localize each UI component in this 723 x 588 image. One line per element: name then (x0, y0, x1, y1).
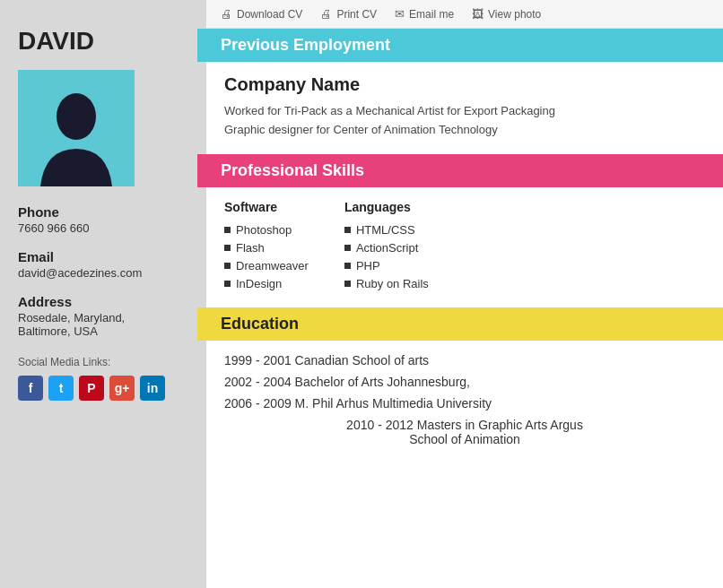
bullet-icon (224, 281, 231, 287)
twitter-icon[interactable]: t (48, 376, 74, 401)
view-photo-label: View photo (488, 8, 541, 21)
linkedin-icon[interactable]: in (140, 376, 165, 401)
education-body: 1999 - 2001 Canadian School of arts 2002… (206, 341, 723, 466)
employment-body: Company Name Worked for Tri-Pack as a Me… (206, 62, 723, 154)
employment-item-2: Graphic designer for Center of Animation… (224, 123, 705, 136)
skills-body: Software Photoshop Flash Dreamweaver (206, 187, 723, 307)
email-icon: ✉ (395, 7, 405, 21)
email-me-button[interactable]: ✉ Email me (395, 7, 454, 21)
skill-php: PHP (344, 259, 429, 272)
social-section: Social Media Links: f t P g+ in (18, 356, 188, 401)
education-header: Education (206, 307, 723, 341)
top-bar: 🖨 Download CV 🖨 Print CV ✉ Email me 🖼 Vi… (206, 0, 723, 29)
languages-column: Languages HTML/CSS ActionScript PHP (344, 200, 429, 295)
employment-item-1: Worked for Tri-Pack as a Mechanical Arti… (224, 104, 705, 117)
employment-title: Previous Employment (221, 36, 390, 55)
skill-dreamweaver: Dreamweaver (224, 259, 309, 272)
email-me-label: Email me (409, 8, 454, 21)
bullet-icon (224, 227, 231, 233)
download-cv-button[interactable]: 🖨 Download CV (221, 7, 302, 21)
sidebar: DAVID Phone 7660 966 660 Email david@ace… (0, 0, 206, 588)
software-header: Software (224, 200, 309, 214)
education-item-3: 2006 - 2009 M. Phil Arhus Multimedia Uni… (224, 396, 705, 411)
skill-label: HTML/CSS (356, 223, 415, 237)
download-icon: 🖨 (221, 7, 232, 21)
bullet-icon (224, 263, 231, 269)
avatar (18, 70, 135, 186)
social-icons: f t P g+ in (18, 376, 188, 401)
skills-header: Professional Skills (206, 154, 723, 187)
skills-title: Professional Skills (221, 161, 364, 180)
skill-label: Flash (236, 241, 265, 255)
email-value: david@acedezines.com (18, 266, 188, 280)
skills-columns: Software Photoshop Flash Dreamweaver (224, 200, 705, 295)
languages-header: Languages (344, 200, 429, 214)
print-icon: 🖨 (320, 7, 332, 21)
skill-label: InDesign (236, 277, 282, 290)
bullet-icon (224, 245, 231, 251)
skill-ruby: Ruby on Rails (344, 277, 429, 290)
skill-indesign: InDesign (224, 277, 309, 290)
phone-label: Phone (18, 204, 188, 220)
email-section: Email david@acedezines.com (18, 249, 188, 280)
skill-label: Dreamweaver (236, 259, 309, 272)
bullet-icon (344, 245, 351, 251)
svg-point-0 (57, 93, 96, 140)
education-title: Education (221, 315, 299, 333)
phone-value: 7660 966 660 (18, 221, 188, 235)
googleplus-icon[interactable]: g+ (109, 376, 135, 401)
education-item-4: 2010 - 2012 Masters in Graphic Arts Argu… (224, 418, 705, 446)
view-photo-button[interactable]: 🖼 View photo (472, 7, 541, 21)
facebook-icon[interactable]: f (18, 376, 43, 401)
candidate-name: DAVID (18, 27, 188, 56)
software-column: Software Photoshop Flash Dreamweaver (224, 200, 309, 295)
skill-htmlcss: HTML/CSS (344, 223, 429, 237)
print-cv-label: Print CV (336, 8, 377, 21)
address-section: Address Rosedale, Maryland,Baltimore, US… (18, 294, 188, 338)
skill-photoshop: Photoshop (224, 223, 309, 237)
social-label: Social Media Links: (18, 356, 188, 368)
phone-section: Phone 7660 966 660 (18, 204, 188, 235)
resume-container: DAVID Phone 7660 966 660 Email david@ace… (0, 0, 723, 588)
education-item-1: 1999 - 2001 Canadian School of arts (224, 353, 705, 368)
bullet-icon (344, 227, 351, 233)
employment-header: Previous Employment (206, 29, 723, 62)
skill-actionscript: ActionScript (344, 241, 429, 255)
pinterest-icon[interactable]: P (79, 376, 104, 401)
print-cv-button[interactable]: 🖨 Print CV (320, 7, 377, 21)
email-label: Email (18, 249, 188, 264)
skill-label: Ruby on Rails (356, 277, 429, 290)
skill-label: Photoshop (236, 223, 292, 237)
bullet-icon (344, 281, 351, 287)
bullet-icon (344, 263, 351, 269)
education-item-2: 2002 - 2004 Bachelor of Arts Johannesbur… (224, 375, 705, 389)
company-name: Company Name (224, 74, 705, 95)
skill-flash: Flash (224, 241, 309, 255)
skill-label: ActionScript (356, 241, 418, 255)
address-value: Rosedale, Maryland,Baltimore, USA (18, 311, 188, 338)
address-label: Address (18, 294, 188, 309)
download-cv-label: Download CV (237, 8, 302, 21)
skill-label: PHP (356, 259, 380, 272)
photo-icon: 🖼 (472, 7, 483, 21)
main-content: 🖨 Download CV 🖨 Print CV ✉ Email me 🖼 Vi… (206, 0, 723, 588)
